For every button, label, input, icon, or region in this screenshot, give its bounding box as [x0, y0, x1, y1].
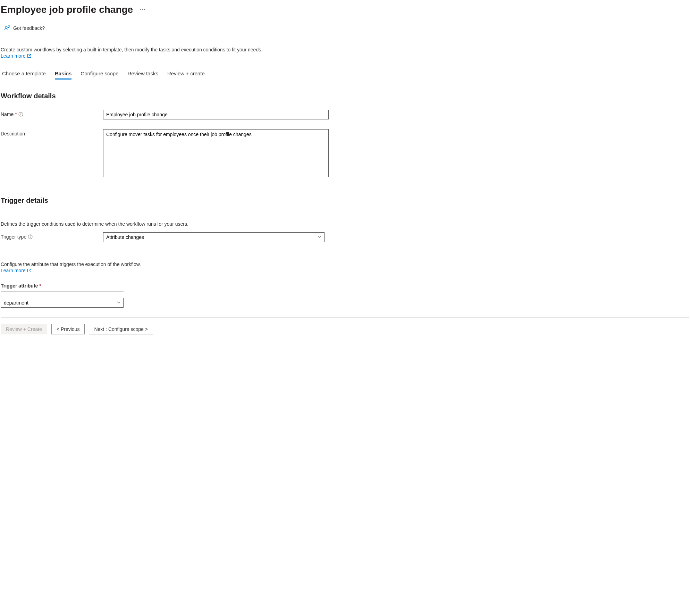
review-create-button: Review + Create — [1, 324, 47, 334]
feedback-label: Got feedback? — [13, 25, 45, 31]
trigger-helper-text-1: Defines the trigger conditions used to d… — [1, 221, 689, 227]
name-label: Name * — [1, 110, 103, 117]
info-icon[interactable] — [18, 112, 23, 117]
svg-point-3 — [20, 113, 21, 114]
tabs: Choose a template Basics Configure scope… — [1, 68, 689, 80]
more-actions-icon[interactable]: ··· — [140, 7, 145, 13]
info-icon[interactable] — [28, 234, 33, 239]
tab-choose-template[interactable]: Choose a template — [2, 68, 46, 80]
description-input[interactable]: Configure mover tasks for employees once… — [103, 129, 329, 177]
trigger-attribute-label: Trigger attribute * — [1, 283, 689, 289]
trigger-type-label: Trigger type — [1, 232, 103, 240]
trigger-helper-text-2: Configure the attribute that triggers th… — [1, 261, 689, 267]
trigger-type-select[interactable]: Attribute changes — [103, 232, 325, 242]
tab-configure-scope[interactable]: Configure scope — [81, 68, 118, 80]
learn-more-label-2: Learn more — [1, 268, 26, 273]
previous-button[interactable]: < Previous — [51, 324, 85, 334]
external-link-icon — [27, 54, 31, 58]
trigger-type-value: Attribute changes — [106, 234, 144, 240]
description-label: Description — [1, 129, 103, 136]
required-indicator: * — [15, 111, 17, 117]
section-trigger-details-title: Trigger details — [1, 197, 689, 205]
learn-more-label: Learn more — [1, 53, 26, 59]
trigger-attribute-label-text: Trigger attribute — [1, 283, 38, 289]
learn-more-link[interactable]: Learn more — [1, 53, 31, 59]
learn-more-link-2[interactable]: Learn more — [1, 268, 31, 273]
section-workflow-details-title: Workflow details — [1, 92, 689, 100]
trigger-attribute-value: department — [4, 300, 28, 306]
svg-point-0 — [5, 26, 7, 28]
intro-text: Create custom workflows by selecting a b… — [1, 47, 689, 52]
tab-basics[interactable]: Basics — [55, 68, 71, 80]
svg-point-6 — [30, 236, 31, 236]
feedback-button[interactable]: Got feedback? — [1, 24, 48, 33]
required-indicator: * — [39, 283, 41, 289]
next-button[interactable]: Next : Configure scope > — [89, 324, 153, 334]
feedback-icon — [4, 25, 10, 31]
description-label-text: Description — [1, 131, 25, 136]
trigger-attribute-select[interactable]: department — [1, 298, 124, 308]
name-input[interactable] — [103, 110, 329, 119]
name-label-text: Name — [1, 111, 14, 117]
external-link-icon — [27, 268, 31, 273]
tab-review-tasks[interactable]: Review tasks — [128, 68, 158, 80]
trigger-type-label-text: Trigger type — [1, 234, 26, 240]
page-title: Employee job profile change — [1, 4, 133, 15]
tab-review-create[interactable]: Review + create — [167, 68, 205, 80]
